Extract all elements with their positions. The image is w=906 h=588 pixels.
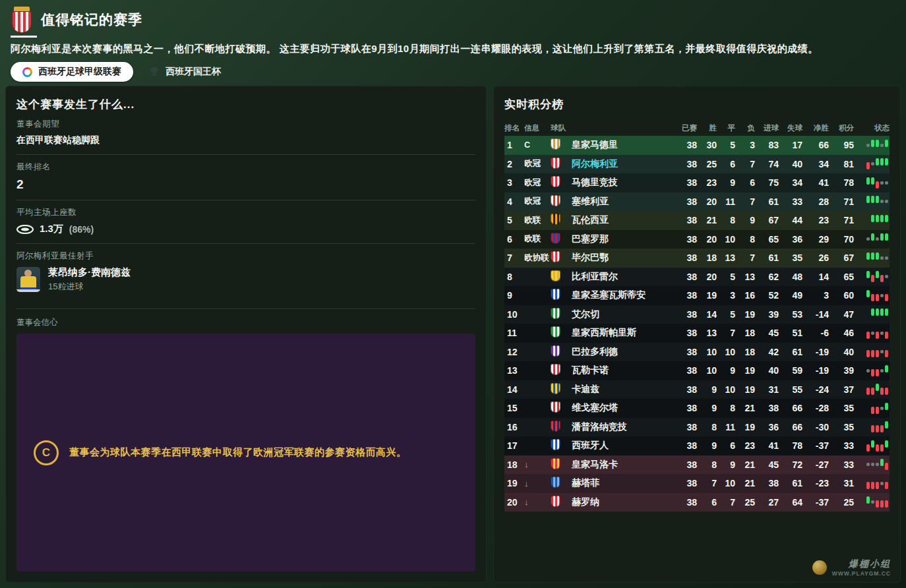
- table-row[interactable]: 12巴拉多利德381010184261-1940: [504, 343, 890, 362]
- team-name[interactable]: 瓦勒卡诺: [566, 365, 673, 376]
- club-crest-icon: [551, 401, 566, 415]
- column-header[interactable]: 已赛: [673, 123, 697, 133]
- stat-d: 13: [717, 252, 735, 263]
- draw-mark: [880, 407, 884, 410]
- team-name[interactable]: 皇家西斯帕里斯: [566, 327, 673, 339]
- season-review-panel: 这个赛事发生了什么... 董事会期望 在西甲联赛站稳脚跟 最终排名 2 平均主场…: [5, 86, 487, 583]
- table-row[interactable]: 9皇家圣塞瓦斯蒂安38193165249360: [504, 286, 890, 305]
- table-row[interactable]: 19↓赫塔菲38710213861-2331: [504, 474, 890, 493]
- stat-d: 6: [717, 159, 735, 169]
- team-name[interactable]: 艾尔切: [566, 309, 673, 320]
- stat-pts: 35: [829, 403, 854, 413]
- table-row[interactable]: 11皇家西斯帕里斯38137184551-646: [504, 324, 890, 343]
- team-name[interactable]: 皇家圣塞瓦斯蒂安: [566, 289, 673, 301]
- stat-gd: -19: [802, 365, 829, 376]
- column-header[interactable]: 球队: [551, 123, 673, 133]
- column-header[interactable]: 失球: [779, 123, 802, 133]
- form-indicator: [854, 461, 890, 468]
- table-row[interactable]: 8比利亚雷尔382051362481465: [504, 268, 890, 287]
- tab-laliga[interactable]: 西班牙足球甲级联赛: [11, 62, 133, 82]
- stat-pts: 39: [829, 365, 854, 376]
- team-name[interactable]: 毕尔巴鄂: [566, 252, 673, 264]
- loss-mark: [880, 275, 884, 282]
- team-name[interactable]: 卡迪兹: [566, 384, 673, 396]
- club-crest-icon: [551, 458, 566, 471]
- form-indicator: [854, 480, 890, 487]
- team-name[interactable]: 比利亚雷尔: [566, 271, 673, 283]
- stat-ga: 51: [779, 328, 802, 338]
- team-name[interactable]: 巴塞罗那: [566, 233, 673, 245]
- tab-copa-del-rey[interactable]: 西班牙国王杯: [137, 62, 233, 82]
- stat-gf: 31: [755, 384, 779, 395]
- stat-ga: 35: [779, 252, 802, 263]
- table-row[interactable]: 16潘普洛纳竞技38811193666-3035: [504, 418, 890, 437]
- table-row[interactable]: 18↓皇家马洛卡3889214572-2733: [504, 456, 890, 475]
- table-row[interactable]: 5欧联瓦伦西亚38218967442371: [504, 211, 890, 230]
- column-header[interactable]: 积分: [829, 123, 854, 133]
- team-name[interactable]: 瓦伦西亚: [566, 214, 673, 226]
- season-review-screen: 值得铭记的赛季 阿尔梅利亚是本次赛事的黑马之一，他们不断地打破预期。 这主要归功…: [0, 0, 906, 588]
- competition-tabs: 西班牙足球甲级联赛 西班牙国王杯: [11, 62, 895, 82]
- board-confidence-box: C 董事会为球队本赛季在西甲联赛中取得了欧洲冠军联赛的参赛资格而高兴。: [16, 334, 475, 572]
- team-name[interactable]: 西班牙人: [566, 440, 673, 452]
- table-row[interactable]: 17西班牙人3896234178-3733: [504, 436, 890, 456]
- stat-w: 20: [697, 196, 717, 207]
- win-mark: [871, 309, 874, 316]
- team-name[interactable]: 巴拉多利德: [566, 346, 673, 358]
- stat-l: 7: [735, 252, 755, 263]
- page-title: 值得铭记的赛季: [41, 11, 142, 29]
- stat-w: 21: [697, 215, 717, 225]
- stat-gd: 23: [802, 215, 829, 225]
- title-underline: [11, 36, 37, 38]
- team-name[interactable]: 阿尔梅利亚: [566, 158, 673, 170]
- win-mark: [876, 196, 879, 203]
- table-row[interactable]: 10艾尔切38145193953-1447: [504, 305, 890, 324]
- table-row[interactable]: 1C皇家马德里38305383176695: [504, 136, 890, 155]
- table-row[interactable]: 20↓赫罗纳3867252764-3725: [504, 493, 890, 512]
- table-row[interactable]: 4欧冠塞维利亚382011761332871: [504, 192, 890, 212]
- board-expectation-value: 在西甲联赛站稳脚跟: [16, 134, 475, 146]
- table-row[interactable]: 6欧联巴塞罗那382010865362970: [504, 230, 890, 249]
- column-header[interactable]: 排名: [504, 123, 524, 133]
- team-name[interactable]: 赫塔菲: [566, 477, 673, 489]
- table-row[interactable]: 13瓦勒卡诺38109194059-1939: [504, 361, 890, 380]
- stat-l: 7: [735, 159, 755, 169]
- top-scorer-label: 阿尔梅利亚最佳射手: [16, 250, 475, 262]
- table-row[interactable]: 15维戈塞尔塔3898213866-2835: [504, 399, 890, 418]
- club-crest-icon: [551, 158, 566, 171]
- stat-pts: 71: [829, 215, 854, 225]
- position-cell: 14: [504, 384, 524, 395]
- table-row[interactable]: 14卡迪兹38910193155-2437: [504, 380, 890, 399]
- table-row[interactable]: 2欧冠阿尔梅利亚38256774403481: [504, 155, 890, 174]
- column-header[interactable]: 状态: [854, 123, 890, 133]
- table-row[interactable]: 7欧协联毕尔巴鄂381813761352667: [504, 249, 890, 268]
- team-name[interactable]: 潘普洛纳竞技: [566, 421, 673, 433]
- column-header[interactable]: 净胜: [802, 123, 829, 133]
- loss-mark: [885, 500, 888, 508]
- column-header[interactable]: 负: [735, 123, 755, 133]
- stat-d: 9: [717, 365, 735, 376]
- column-header[interactable]: 平: [717, 123, 735, 133]
- team-name[interactable]: 马德里竞技: [566, 177, 673, 189]
- top-scorer-row[interactable]: 莱昂纳多·费南德兹 15粒进球: [16, 266, 475, 293]
- draw-mark: [871, 162, 874, 165]
- stat-w: 13: [697, 328, 717, 338]
- column-header[interactable]: 信息: [524, 123, 551, 133]
- win-mark: [866, 196, 870, 203]
- stat-ga: 78: [779, 440, 802, 451]
- table-row[interactable]: 3欧冠马德里竞技38239675344178: [504, 173, 890, 192]
- column-header[interactable]: 胜: [697, 123, 717, 133]
- form-indicator: [854, 405, 890, 412]
- form-indicator: [854, 254, 890, 262]
- stat-pts: 65: [829, 272, 854, 282]
- team-name[interactable]: 赫罗纳: [566, 496, 673, 508]
- team-name[interactable]: 皇家马洛卡: [566, 459, 673, 471]
- team-name[interactable]: 维戈塞尔塔: [566, 402, 673, 414]
- position-cell: 10: [504, 309, 524, 320]
- team-name[interactable]: 皇家马德里: [566, 139, 673, 151]
- club-crest-icon: [551, 270, 566, 283]
- stat-gd: -30: [802, 422, 829, 432]
- team-name[interactable]: 塞维利亚: [566, 196, 673, 208]
- column-header[interactable]: 进球: [755, 123, 779, 133]
- win-mark: [871, 252, 874, 260]
